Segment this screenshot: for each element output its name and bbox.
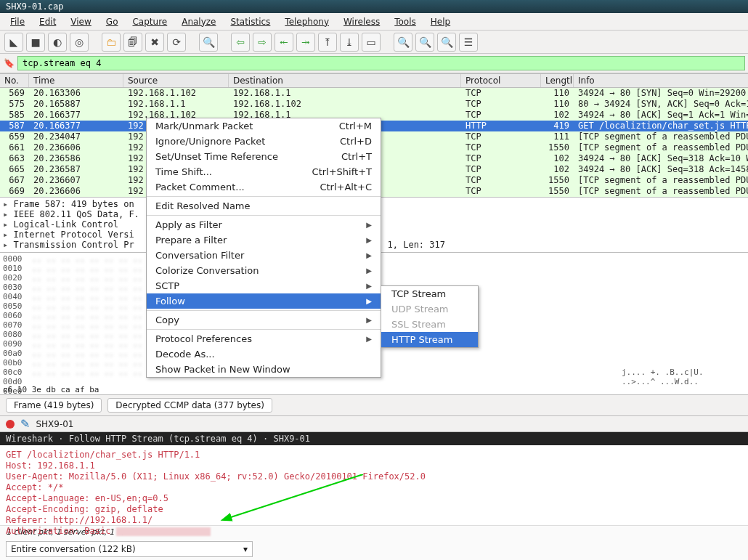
display-filter-bar: 🔖 [0,54,748,73]
submenu-http-stream[interactable]: HTTP Stream [381,332,478,347]
menu-help[interactable]: Help [425,15,456,29]
conversation-bar: Entire conversation (122 kB) ▾ [0,538,748,560]
expert-info-icon[interactable] [6,420,15,429]
auto-scroll-icon[interactable]: ▭ [362,33,381,52]
follow-dialog-title: Wireshark · Follow HTTP Stream (tcp.stre… [0,432,748,445]
ctx-sctp[interactable]: SCTP▶ [147,278,381,293]
zoom-in-icon[interactable]: 🔍 [394,33,412,52]
ctx-copy[interactable]: Copy▶ [147,312,381,328]
menu-analyze[interactable]: Analyze [176,15,221,29]
ctx-resolved[interactable]: Edit Resolved Name [147,198,381,214]
ctx-comment[interactable]: Packet Comment...Ctrl+Alt+C [147,179,381,195]
http-line: Accept: */* [6,482,742,493]
ctx-protocol-prefs[interactable]: Protocol Preferences▶ [147,331,381,346]
ctx-decode-as[interactable]: Decode As... [147,346,381,362]
hex-offsets: 0000 0010 0020 0030 0040 0050 0060 0070 … [3,254,32,393]
tree-line[interactable]: Transmission Control Pr [3,240,134,250]
shark-fin-icon[interactable]: ◣ [4,33,23,52]
stop-capture-icon[interactable]: ■ [26,33,45,52]
bookmark-icon[interactable]: 🔖 [3,57,15,69]
tab-decrypted[interactable]: Decrypted CCMP data (377 bytes) [107,398,272,413]
restart-capture-icon[interactable]: ◐ [48,33,67,52]
ctx-ignore[interactable]: Ignore/Unignore PacketCtrl+D [147,134,381,149]
menu-telephony[interactable]: Telephony [279,15,335,29]
zoom-out-icon[interactable]: 🔍 [415,33,434,52]
ctx-new-window[interactable]: Show Packet in New Window [147,362,381,377]
ctx-colorize[interactable]: Colorize Conversation▶ [147,263,381,278]
display-filter-input[interactable] [17,56,745,70]
save-file-icon[interactable]: 🗐 [123,33,142,52]
http-line: GET /localiztion/char_set.js HTTP/1.1 [6,450,742,460]
menu-tools[interactable]: Tools [389,15,422,29]
go-prev-icon[interactable]: ⇦ [231,33,250,52]
http-line: Authorization: Basic [6,526,742,537]
ctx-conversation-filter[interactable]: Conversation Filter▶ [147,248,381,263]
redacted-credentials [116,527,211,536]
go-next-icon[interactable]: ⇨ [253,33,272,52]
ctx-timeref[interactable]: Set/Unset Time ReferenceCtrl+T [147,149,381,164]
menu-edit[interactable]: Edit [33,15,62,29]
submenu-tcp-stream[interactable]: TCP Stream [381,286,478,301]
menubar: File Edit View Go Capture Analyze Statis… [0,13,748,31]
col-header-time[interactable]: Time [29,74,123,87]
find-icon[interactable]: 🔍 [199,33,218,52]
col-header-source[interactable]: Source [123,74,229,87]
status-file: SHX9-01 [36,419,73,429]
zoom-reset-icon[interactable]: 🔍 [437,33,456,52]
http-stream-pane[interactable]: GET /localiztion/char_set.js HTTP/1.1 Ho… [0,445,748,525]
http-line: User-Agent: Mozilla/5.0 (X11; Linux x86_… [6,471,742,482]
toolbar: ◣ ■ ◐ ◎ 🗀 🗐 ✖ ⟳ 🔍 ⇦ ⇨ ⤝ ⤞ ⤒ ⤓ ▭ 🔍 🔍 🔍 ☰ [0,31,748,54]
reload-icon[interactable]: ⟳ [167,33,186,52]
conversation-select[interactable]: Entire conversation (122 kB) ▾ [6,541,253,557]
col-header-no[interactable]: No. [0,74,29,87]
statusbar: ✎ SHX9-01 [0,416,748,432]
go-jump-next-icon[interactable]: ⤞ [296,33,315,52]
http-line: Accept-Encoding: gzip, deflate [6,504,742,515]
http-line: Referer: http://192.168.1.1/ [6,515,742,526]
chevron-down-icon: ▾ [243,544,248,554]
submenu-udp-stream: UDP Stream [381,301,478,317]
ctx-mark[interactable]: Mark/Unmark PacketCtrl+M [147,118,381,134]
open-file-icon[interactable]: 🗀 [102,33,121,52]
close-file-icon[interactable]: ✖ [145,33,164,52]
menu-statistics[interactable]: Statistics [224,15,276,29]
ctx-apply-filter[interactable]: Apply as Filter▶ [147,217,381,232]
ctx-prepare-filter[interactable]: Prepare a Filter▶ [147,232,381,248]
go-first-icon[interactable]: ⤒ [318,33,337,52]
resize-columns-icon[interactable]: ☰ [459,33,478,52]
packet-row[interactable]: 57520.165887192.168.1.1192.168.1.102TCP1… [0,99,748,110]
menu-go[interactable]: Go [100,15,124,29]
byte-tabs: Frame (419 bytes) Decrypted CCMP data (3… [0,394,748,416]
menu-file[interactable]: File [4,15,31,29]
conversation-select-label: Entire conversation (122 kB) [11,544,136,554]
ctx-follow[interactable]: Follow▶ [147,293,381,309]
hex-ascii: j.... +. .B..c|U. ..>...^ ...W.d.. [622,254,745,393]
go-last-icon[interactable]: ⤓ [340,33,359,52]
tab-frame[interactable]: Frame (419 bytes) [6,398,102,413]
edit-icon[interactable]: ✎ [20,417,30,431]
packet-context-menu[interactable]: Mark/Unmark PacketCtrl+M Ignore/Unignore… [146,118,381,378]
http-line: Accept-Language: en-US,en;q=0.5 [6,493,742,504]
col-header-destination[interactable]: Destination [229,74,461,87]
hex-last-line: c6 10 3e db ca af ba [3,385,99,394]
window-titlebar: SHX9-01.cap [0,0,748,13]
packet-list-header: No. Time Source Destination Protocol Len… [0,73,748,88]
menu-wireless[interactable]: Wireless [338,15,386,29]
col-header-info[interactable]: Info [574,74,748,87]
packet-row[interactable]: 56920.163306192.168.1.102192.168.1.1TCP1… [0,88,748,99]
capture-options-icon[interactable]: ◎ [70,33,89,52]
col-header-length[interactable]: Lengtl [541,74,574,87]
follow-submenu[interactable]: TCP Stream UDP Stream SSL Stream HTTP St… [381,285,479,348]
submenu-ssl-stream: SSL Stream [381,317,478,332]
menu-view[interactable]: View [65,15,97,29]
http-line: Host: 192.168.1.1 [6,460,742,471]
go-jump-prev-icon[interactable]: ⤝ [275,33,293,52]
menu-capture[interactable]: Capture [126,15,173,29]
ctx-timeshift[interactable]: Time Shift...Ctrl+Shift+T [147,164,381,179]
col-header-protocol[interactable]: Protocol [461,74,541,87]
